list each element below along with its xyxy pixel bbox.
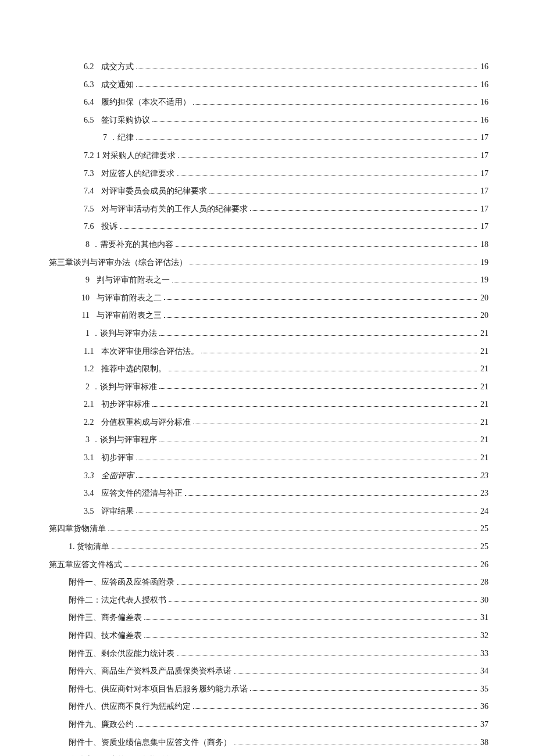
- toc-entry-page: 17: [479, 221, 488, 232]
- toc-entry-title: 投诉: [94, 221, 117, 232]
- toc-entry-page: 25: [479, 523, 488, 535]
- toc-leader-dots: [178, 157, 477, 158]
- toc-entry: 8．需要补充的其他内容18: [47, 239, 488, 250]
- toc-entry-number: 7.6: [84, 221, 94, 232]
- toc-entry: 7.6投诉17: [47, 221, 488, 232]
- toc-leader-dots: [108, 530, 477, 531]
- toc-entry-page: 25: [479, 541, 488, 553]
- toc-entry-title: 与评审前附表之二: [90, 292, 162, 304]
- toc-entry-number: 6.5: [84, 114, 94, 126]
- toc-entry-title: 附件六、商品生产资料及产品质保类资料承诺: [66, 665, 231, 677]
- toc-entry-number: 7.2: [84, 150, 94, 162]
- toc-entry-title: 成交通知: [94, 79, 134, 91]
- toc-entry-title: 第四章货物清单: [47, 523, 106, 535]
- toc-entry-page: 19: [479, 274, 488, 286]
- toc-entry: 6.4履约担保（本次不适用）16: [47, 96, 488, 108]
- toc-entry-number: 7.5: [84, 203, 94, 215]
- toc-leader-dots: [164, 317, 477, 318]
- toc-entry: 7.21 对采购人的纪律要求17: [47, 150, 488, 162]
- toc-entry-number: 8: [66, 239, 90, 250]
- toc-entry-title: 签订采购协议: [94, 114, 150, 126]
- toc-entry-number: 7.3: [84, 168, 94, 180]
- toc-entry-page: 20: [479, 310, 488, 321]
- toc-entry-title: 对与评审活动有关的工作人员的纪律要求: [94, 203, 248, 215]
- toc-entry-page: 21: [479, 346, 488, 357]
- toc-entry-page: 38: [479, 737, 488, 748]
- toc-entry-title: 1 对采购人的纪律要求: [94, 150, 176, 162]
- toc-entry: 2.2分值权重构成与评分标准21: [47, 417, 488, 428]
- toc-leader-dots: [136, 68, 477, 69]
- toc-leader-dots: [144, 619, 477, 620]
- toc-entry: 7．纪律17: [47, 132, 488, 144]
- toc-leader-dots: [177, 654, 477, 655]
- toc-entry-number: 11: [66, 310, 90, 321]
- toc-entry-title: 判与评审前附表之一: [90, 274, 170, 286]
- toc-entry: 9判与评审前附表之一19: [47, 274, 488, 286]
- toc-leader-dots: [164, 299, 477, 300]
- toc-entry: 附件七、供应商针对本项目售后服务履约能力承诺35: [47, 683, 488, 695]
- toc-entry-page: 30: [479, 594, 488, 606]
- toc-entry: 3．谈判与评审程序21: [47, 434, 488, 446]
- toc-leader-dots: [136, 512, 477, 513]
- toc-leader-dots: [234, 672, 477, 673]
- toc-entry: 3.4应答文件的澄清与补正23: [47, 488, 488, 499]
- toc-leader-dots: [177, 583, 477, 585]
- toc-leader-dots: [185, 495, 477, 496]
- toc-entry-title: 附件七、供应商针对本项目售后服务履约能力承诺: [66, 683, 248, 695]
- toc-entry: 附件三、商务偏差表31: [47, 612, 488, 624]
- toc-entry-number: 3.5: [84, 506, 94, 517]
- toc-entry-page: 16: [479, 96, 488, 108]
- toc-entry-page: 23: [479, 488, 488, 499]
- toc-entry: 1.1本次评审使用综合评估法。21: [47, 346, 488, 357]
- toc-list: 6.2成交方式166.3成交通知166.4履约担保（本次不适用）166.5签订采…: [47, 61, 488, 756]
- toc-entry-title: 第五章应答文件格式: [47, 559, 122, 571]
- toc-leader-dots: [209, 192, 477, 194]
- toc-entry-title: ．谈判与评审办法: [90, 328, 157, 339]
- toc-entry-page: 33: [479, 648, 488, 660]
- toc-entry-title: ．需要补充的其他内容: [90, 239, 173, 250]
- toc-entry-title: 附件四、技术偏差表: [66, 630, 142, 642]
- toc-entry-title: 本次评审使用综合评估法。: [94, 346, 199, 357]
- toc-entry-title: 第三章谈判与评审办法（综合评估法）: [47, 257, 187, 268]
- toc-leader-dots: [190, 263, 477, 264]
- toc-entry-title: 附件五、剩余供应能力统计表: [66, 648, 174, 660]
- toc-entry-title: 履约担保（本次不适用）: [94, 96, 191, 108]
- toc-leader-dots: [172, 281, 477, 282]
- toc-entry-page: 17: [479, 132, 488, 144]
- toc-entry-title: 初步评审: [94, 452, 134, 464]
- toc-entry: 第三章谈判与评审办法（综合评估法）19: [47, 257, 488, 268]
- toc-entry-title: 与评审前附表之三: [90, 310, 162, 321]
- toc-entry-title: 对应答人的纪律要求: [94, 168, 174, 180]
- toc-leader-dots: [159, 441, 477, 442]
- toc-leader-dots: [193, 423, 477, 424]
- toc-entry: 6.2成交方式16: [47, 61, 488, 73]
- toc-entry-page: 34: [479, 665, 488, 677]
- toc-entry: 6.5签订采购协议16: [47, 114, 488, 126]
- toc-entry-title: 应答文件的澄清与补正: [94, 488, 183, 499]
- toc-entry-title: ．谈判与评审标准: [90, 381, 157, 393]
- toc-leader-dots: [136, 726, 477, 727]
- toc-entry-number: 2.1: [84, 399, 94, 410]
- toc-entry: 附件五、剩余供应能力统计表33: [47, 648, 488, 660]
- toc-leader-dots: [124, 565, 477, 567]
- toc-entry-title: 对评审委员会成员的纪律要求: [94, 185, 207, 197]
- toc-leader-dots: [250, 210, 477, 211]
- toc-entry-number: 7.4: [84, 185, 94, 197]
- toc-entry: 附件八、供应商不良行为惩戒约定36: [47, 701, 488, 712]
- toc-entry: 第四章货物清单25: [47, 523, 488, 535]
- toc-entry: 附件十、资质业绩信息集中应答文件（商务）38: [47, 737, 488, 748]
- toc-entry-title: 分值权重构成与评分标准: [94, 417, 191, 428]
- toc-entry-title: 附件十、资质业绩信息集中应答文件（商务）: [66, 737, 231, 748]
- toc-entry: 附件九、廉政公约37: [47, 719, 488, 730]
- toc-leader-dots: [136, 459, 477, 460]
- toc-entry-page: 17: [479, 150, 488, 162]
- toc-leader-dots: [152, 406, 477, 407]
- toc-entry-page: 21: [479, 417, 488, 428]
- toc-entry: 附件一、应答函及应答函附录28: [47, 576, 488, 588]
- toc-leader-dots: [144, 637, 477, 638]
- toc-entry-title: 全面评审: [94, 470, 134, 482]
- toc-entry-number: 6.2: [84, 61, 94, 73]
- toc-leader-dots: [159, 335, 477, 336]
- toc-leader-dots: [120, 228, 477, 229]
- toc-entry: 1．谈判与评审办法21: [47, 328, 488, 339]
